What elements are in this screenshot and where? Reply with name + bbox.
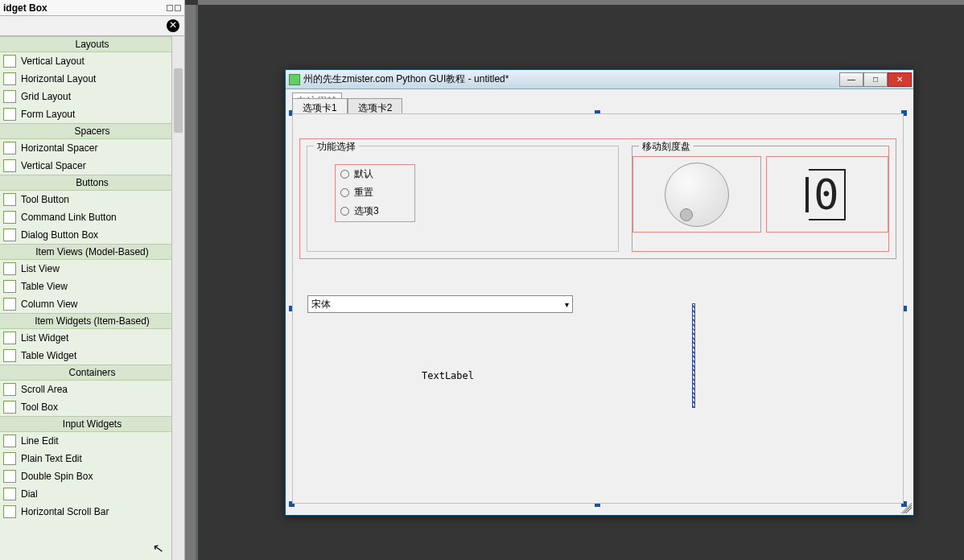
font-combobox[interactable]: 宋体 ▾ [307, 295, 573, 313]
widget-label: Tool Box [21, 401, 58, 413]
widget-label: Column View [21, 299, 77, 310]
widget-label: Form Layout [21, 109, 75, 120]
widget-label: Table View [21, 281, 68, 292]
text-label[interactable]: TextLabel [422, 370, 474, 381]
maximize-button[interactable]: □ [863, 72, 888, 87]
widget-icon [3, 349, 16, 362]
category-header[interactable]: Containers [0, 364, 184, 381]
widget-label: Tool Button [21, 194, 69, 205]
widget-item[interactable]: Form Layout [0, 105, 184, 123]
widget-item[interactable]: Tool Button [0, 191, 184, 208]
combo-value: 宋体 [311, 298, 331, 311]
panel-dock-controls[interactable] [167, 5, 181, 11]
widget-list: LayoutsVertical LayoutHorizontal LayoutG… [0, 36, 184, 560]
groupbox-dial[interactable]: 移动刻度盘 0 [632, 146, 889, 252]
widget-item[interactable]: Double Spin Box [0, 467, 184, 485]
widget-item[interactable]: List View [0, 260, 184, 278]
widget-item[interactable]: Horizontal Spacer [0, 139, 184, 157]
widget-icon [3, 55, 16, 68]
widget-icon [3, 298, 16, 311]
widget-item[interactable]: Plain Text Edit [0, 450, 184, 467]
lcd-number: 0 [809, 169, 845, 220]
widget-icon [3, 108, 16, 121]
minimize-button[interactable]: — [839, 72, 863, 87]
ruler-vertical [185, 5, 198, 560]
radio-option3[interactable]: 选项3 [336, 202, 414, 220]
widget-label: Scroll Area [21, 384, 68, 395]
widget-icon [3, 470, 16, 483]
widget-item[interactable]: Tool Box [0, 398, 184, 416]
tab-page-1[interactable]: 功能选择 默认 重置 [293, 130, 903, 503]
widget-box-panel: idget Box ✕ LayoutsVertical LayoutHorizo… [0, 0, 185, 560]
category-header[interactable]: Item Views (Model-Based) [0, 244, 184, 260]
widget-item[interactable]: Horizontal Layout [0, 70, 184, 88]
widget-icon [3, 452, 16, 465]
radio-reset[interactable]: 重置 [336, 183, 414, 202]
widget-item[interactable]: Vertical Layout [0, 52, 184, 70]
category-header[interactable]: Buttons [0, 175, 184, 191]
widget-icon [3, 331, 16, 344]
widget-icon [3, 211, 16, 224]
panel-title: idget Box [3, 2, 47, 14]
widget-icon [3, 401, 16, 414]
widget-item[interactable]: Table Widget [0, 347, 184, 364]
widget-label: Table Widget [21, 350, 76, 361]
widget-item[interactable]: Grid Layout [0, 88, 184, 105]
widget-item[interactable]: Horizontal Scroll Bar [0, 503, 184, 521]
dial-container[interactable] [632, 156, 761, 233]
radio-default[interactable]: 默认 [336, 165, 414, 183]
ruler-horizontal [198, 0, 964, 5]
widget-label: Horizontal Layout [21, 73, 96, 84]
close-button[interactable]: ✕ [888, 72, 912, 87]
category-header[interactable]: Layouts [0, 36, 184, 52]
scrollbar-thumb[interactable] [174, 68, 183, 133]
tabwidget-selection[interactable]: 选项卡1 选项卡2 功能选择 默认 [292, 113, 904, 504]
radio-group[interactable]: 默认 重置 选项3 [335, 164, 415, 222]
panel-titlebar: idget Box [0, 0, 184, 16]
radio-label: 默认 [354, 167, 373, 181]
widget-icon [3, 193, 16, 206]
radio-icon [340, 188, 349, 197]
widget-item[interactable]: List Widget [0, 329, 184, 347]
window-resize-grip[interactable] [900, 502, 912, 513]
widget-icon [3, 72, 16, 85]
dial[interactable] [665, 163, 729, 227]
top-layout-row[interactable]: 功能选择 默认 重置 [299, 138, 896, 259]
widget-item[interactable]: Table View [0, 278, 184, 295]
widget-icon [3, 229, 16, 241]
widget-item[interactable]: Dial [0, 485, 184, 503]
clear-filter-icon[interactable]: ✕ [167, 19, 179, 32]
widget-label: Vertical Layout [21, 56, 84, 67]
widget-label: Grid Layout [21, 91, 71, 102]
radio-icon [340, 170, 349, 179]
category-header[interactable]: Spacers [0, 123, 184, 139]
widget-item[interactable]: Scroll Area [0, 381, 184, 398]
widget-item[interactable]: Vertical Spacer [0, 157, 184, 175]
groupbox-function-title: 功能选择 [314, 140, 359, 154]
form-titlebar[interactable]: 州的先生zmister.com Python GUI教程 - untitled*… [286, 70, 913, 89]
radio-label: 重置 [354, 186, 373, 200]
dock-float-icon[interactable] [167, 5, 173, 11]
tab-widget[interactable]: 功能选择 默认 重置 [292, 113, 904, 504]
widget-label: Line Edit [21, 435, 59, 447]
widget-item[interactable]: Column View [0, 295, 184, 313]
dock-close-icon[interactable] [175, 5, 181, 11]
widget-label: Dialog Button Box [21, 229, 98, 241]
widget-item[interactable]: Line Edit [0, 432, 184, 450]
groupbox-function[interactable]: 功能选择 默认 重置 [307, 146, 619, 252]
category-header[interactable]: Input Widgets [0, 416, 184, 432]
form-body[interactable]: 选项卡1 选项卡2 功能选择 默认 [286, 89, 913, 515]
panel-scrollbar[interactable] [171, 36, 184, 560]
category-header[interactable]: Item Widgets (Item-Based) [0, 313, 184, 329]
qt-app-icon [289, 74, 300, 85]
widget-icon [3, 142, 16, 154]
widget-icon [3, 159, 16, 172]
widget-label: Plain Text Edit [21, 453, 82, 464]
widget-label: List Widget [21, 332, 68, 344]
widget-item[interactable]: Dialog Button Box [0, 226, 184, 244]
widget-item[interactable]: Command Link Button [0, 208, 184, 226]
lcd-container[interactable]: 0 [766, 156, 888, 233]
widget-icon [3, 383, 16, 396]
widget-label: Command Link Button [21, 212, 117, 223]
vertical-scrollbar-widget[interactable] [687, 303, 700, 408]
